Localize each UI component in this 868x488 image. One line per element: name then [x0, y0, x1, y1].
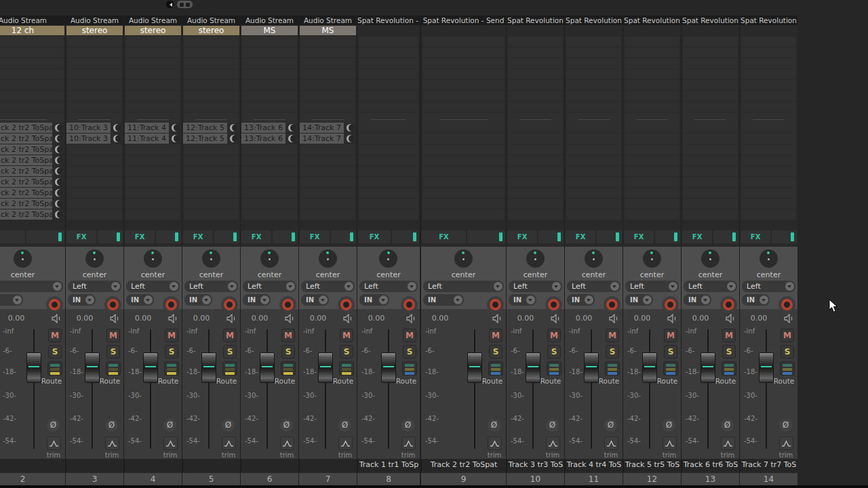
route-button[interactable]: [605, 361, 620, 375]
input-mode-dropdown[interactable]: IN: [359, 294, 389, 306]
input-channel-dropdown[interactable]: Left: [625, 281, 679, 292]
receive-item[interactable]: ck 2 tr2 ToSpat: [0, 209, 64, 220]
receive-pan-knob-icon[interactable]: [288, 124, 296, 131]
fx-button[interactable]: FX: [566, 230, 595, 243]
input-channel-dropdown[interactable]: [0, 281, 63, 292]
receive-item[interactable]: 13:Track 6 tr: [241, 123, 298, 133]
record-arm-button[interactable]: [338, 296, 355, 313]
phase-button[interactable]: Ø: [163, 419, 176, 432]
pan-knob[interactable]: [454, 249, 473, 268]
fx-enable-button[interactable]: [273, 230, 298, 243]
track-number[interactable]: 3: [66, 473, 123, 485]
chevron-down-icon[interactable]: [454, 296, 462, 304]
receive-pan-knob-icon[interactable]: [55, 157, 62, 164]
input-channel-dropdown[interactable]: Left: [184, 281, 238, 292]
route-button[interactable]: [339, 361, 354, 375]
fx-button[interactable]: FX: [183, 230, 213, 243]
phase-button[interactable]: Ø: [280, 419, 293, 432]
mute-button[interactable]: M: [106, 329, 120, 342]
track-number[interactable]: 5: [182, 473, 240, 485]
track-number[interactable]: 13: [682, 473, 739, 485]
input-channel-dropdown[interactable]: Left: [359, 281, 418, 292]
receive-item[interactable]: 10:Track 3 tr: [66, 123, 123, 133]
receive-item[interactable]: 12:Track 5 tr: [183, 123, 239, 133]
track-number[interactable]: 12: [623, 473, 681, 485]
receive-item[interactable]: ck 2 tr2 ToSpat: [0, 134, 64, 144]
solo-button[interactable]: S: [106, 345, 120, 359]
record-arm-button[interactable]: [46, 296, 63, 313]
input-mode-dropdown[interactable]: IN: [68, 294, 96, 306]
route-button[interactable]: [780, 361, 795, 375]
pan-knob[interactable]: [701, 249, 719, 268]
trim-envelope-button[interactable]: [779, 436, 793, 450]
receive-item[interactable]: ck 2 tr2 ToSpat: [0, 199, 64, 209]
route-button[interactable]: [547, 361, 561, 375]
receive-pan-knob-icon[interactable]: [347, 124, 354, 131]
input-mode-dropdown[interactable]: IN: [625, 294, 653, 306]
solo-button[interactable]: S: [223, 345, 237, 359]
solo-button[interactable]: S: [165, 345, 178, 359]
chevron-down-icon[interactable]: [785, 282, 794, 291]
track-number[interactable]: 8: [357, 473, 420, 485]
record-arm-button[interactable]: [720, 296, 737, 313]
track-number[interactable]: 10: [507, 473, 564, 485]
record-arm-button[interactable]: [401, 296, 418, 313]
fx-button[interactable]: FX: [358, 230, 391, 243]
record-arm-button[interactable]: [163, 296, 180, 313]
receive-pan-knob-icon[interactable]: [55, 211, 62, 218]
fx-button[interactable]: FX: [241, 230, 271, 243]
phase-button[interactable]: Ø: [779, 419, 792, 432]
chevron-down-icon[interactable]: [701, 296, 710, 304]
chevron-down-icon[interactable]: [170, 282, 178, 291]
trim-envelope-button[interactable]: [401, 436, 416, 450]
pan-knob[interactable]: [260, 249, 279, 268]
track-number[interactable]: 14: [740, 473, 797, 485]
record-arm-button[interactable]: [604, 296, 620, 313]
stream-type-button[interactable]: stereo: [66, 26, 123, 35]
route-button[interactable]: [488, 361, 503, 375]
receive-item[interactable]: 14:Track 7 tr: [300, 123, 356, 133]
stream-type-button[interactable]: stereo: [125, 26, 181, 35]
record-arm-button[interactable]: [279, 296, 296, 313]
phase-button[interactable]: Ø: [338, 419, 351, 432]
mute-button[interactable]: M: [48, 329, 62, 342]
trim-envelope-button[interactable]: [338, 436, 353, 450]
mute-button[interactable]: M: [281, 329, 295, 342]
chevron-down-icon[interactable]: [319, 296, 328, 304]
fx-button[interactable]: FX: [507, 230, 537, 243]
stream-type-button[interactable]: MS: [300, 26, 356, 35]
receive-pan-knob-icon[interactable]: [55, 135, 62, 142]
track-number[interactable]: 9: [421, 473, 506, 485]
record-arm-button[interactable]: [662, 296, 679, 313]
input-mode-dropdown[interactable]: IN: [184, 294, 212, 306]
chevron-down-icon[interactable]: [260, 296, 269, 304]
input-mode-dropdown[interactable]: IN: [567, 294, 595, 306]
chevron-down-icon[interactable]: [202, 296, 211, 304]
solo-button[interactable]: S: [722, 345, 736, 359]
pan-knob[interactable]: [85, 249, 104, 268]
fx-button[interactable]: FX: [300, 230, 330, 243]
phase-button[interactable]: Ø: [222, 419, 235, 432]
fx-button[interactable]: FX: [624, 230, 654, 243]
receive-item[interactable]: ck 2 tr2 ToSpat: [0, 188, 64, 198]
fx-enable-button[interactable]: [597, 230, 622, 243]
fx-enable-button[interactable]: [156, 230, 181, 243]
solo-button[interactable]: S: [606, 345, 619, 359]
receive-pan-knob-icon[interactable]: [113, 124, 121, 131]
record-arm-button[interactable]: [221, 296, 238, 313]
receive-item[interactable]: 10:Track 3 tr: [66, 134, 123, 144]
chevron-down-icon[interactable]: [144, 296, 153, 304]
trim-envelope-button[interactable]: [105, 436, 119, 450]
trim-envelope-button[interactable]: [488, 436, 502, 450]
stream-type-button[interactable]: 12 ch: [0, 26, 64, 35]
trim-envelope-button[interactable]: [663, 436, 677, 450]
fx-enable-button[interactable]: [26, 230, 64, 243]
mute-button[interactable]: M: [606, 329, 619, 342]
receive-item[interactable]: 13:Track 6 tr: [241, 134, 298, 144]
input-channel-dropdown[interactable]: Left: [301, 281, 355, 292]
solo-button[interactable]: S: [547, 345, 561, 359]
fx-button[interactable]: [0, 230, 25, 243]
receive-item[interactable]: ck 2 tr2 ToSpat: [0, 177, 64, 187]
trim-envelope-button[interactable]: [604, 436, 618, 450]
chevron-down-icon[interactable]: [526, 296, 535, 304]
